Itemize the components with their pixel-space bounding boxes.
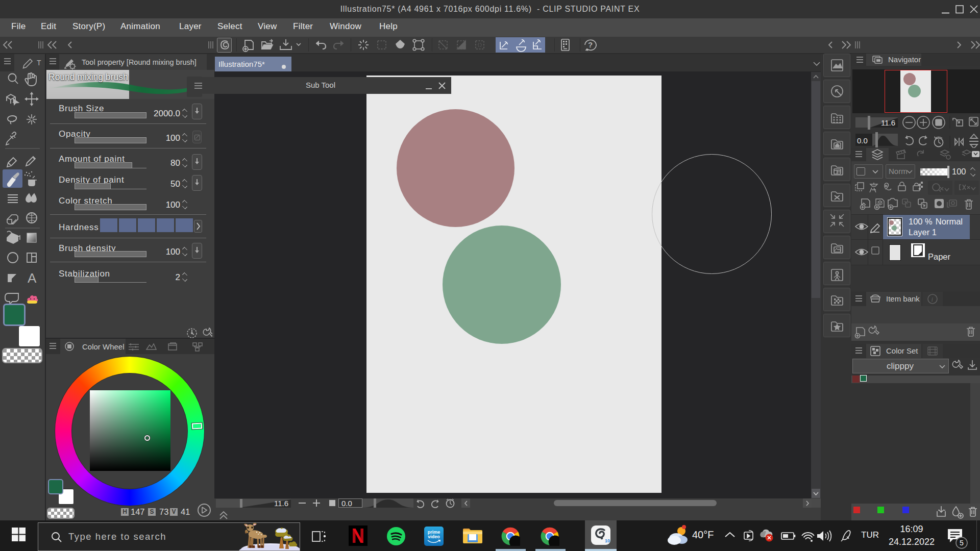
svg-text:i: i xyxy=(932,295,934,303)
svg-text:5: 5 xyxy=(960,539,964,547)
svg-text:11.6: 11.6 xyxy=(881,118,895,127)
svg-text:A: A xyxy=(28,270,37,286)
svg-text:?: ? xyxy=(588,40,593,49)
svg-text:T: T xyxy=(37,59,41,67)
svg-text:10: 10 xyxy=(605,538,610,543)
svg-text:0.0: 0.0 xyxy=(857,136,868,145)
